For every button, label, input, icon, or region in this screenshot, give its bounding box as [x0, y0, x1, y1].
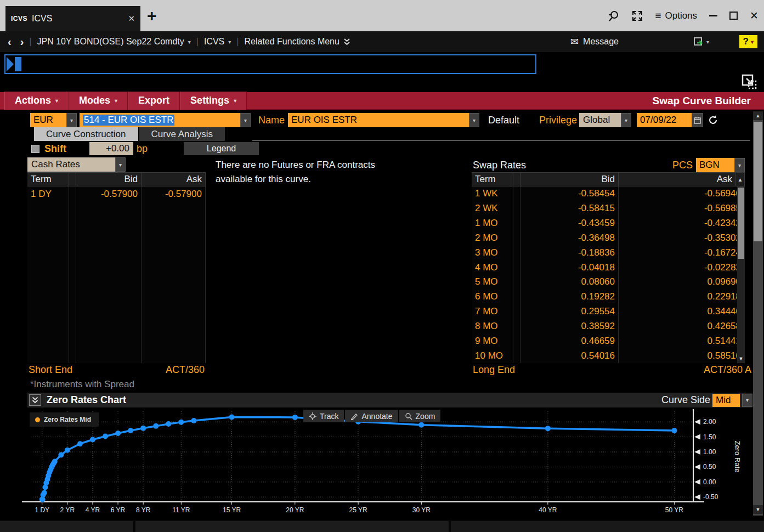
export-screen-button[interactable]: ▾	[693, 36, 709, 47]
security-selector[interactable]: JPN 10Y BOND(OSE) Sep22 Comdty ▾	[37, 37, 191, 47]
command-input[interactable]	[21, 56, 535, 72]
legend-marker-icon	[35, 417, 40, 422]
table-row[interactable]: 2 WK-0.58415-0.56985	[472, 201, 745, 216]
help-button[interactable]: ? ▾	[739, 35, 757, 48]
search-plus-icon[interactable]	[608, 10, 620, 22]
maximize-button[interactable]	[729, 12, 738, 20]
cash-table-body[interactable]: 1 DY-0.57900-0.57900	[27, 186, 206, 363]
privilege-label: Privilege	[539, 115, 577, 126]
currency-dropdown-icon[interactable]: ▾	[66, 113, 77, 127]
table-row[interactable]: 5 MO0.080600.09690	[472, 275, 745, 290]
back-icon[interactable]: ‹	[8, 36, 12, 48]
scroll-up-icon[interactable]: ▲	[736, 173, 745, 186]
fullscreen-icon[interactable]	[632, 10, 643, 21]
table-row[interactable]: 7 MO0.295540.34446	[472, 304, 745, 319]
modes-menu[interactable]: Modes▾	[69, 92, 128, 110]
tab-icvs[interactable]: ICVS ICVS ✕	[5, 6, 140, 31]
curve-id-dropdown-icon[interactable]: ▾	[240, 113, 251, 127]
chevron-down-icon: ▾	[706, 39, 709, 45]
name-dropdown-icon[interactable]: ▾	[469, 113, 479, 127]
options-menu[interactable]: ≡ Options	[655, 10, 697, 22]
shift-checkbox[interactable]	[31, 145, 39, 153]
svg-text:40 YR: 40 YR	[539, 506, 557, 514]
chevron-down-icon: ▾	[228, 39, 231, 45]
track-button[interactable]: Track	[303, 410, 344, 422]
actions-menu[interactable]: Actions▾	[4, 92, 69, 110]
date-field[interactable]: 07/09/22	[637, 113, 692, 127]
related-functions-menu[interactable]: Related Functions Menu	[244, 37, 350, 47]
tab-close-icon[interactable]: ✕	[128, 14, 135, 24]
minimize-button[interactable]	[709, 15, 717, 16]
export-menu[interactable]: Export	[128, 92, 180, 110]
spread-note: *Instruments with Spread	[30, 379, 134, 390]
zoom-button[interactable]: Zoom	[399, 410, 441, 422]
bottom-panel	[135, 521, 449, 532]
refresh-icon[interactable]	[708, 115, 718, 126]
double-chevron-down-icon	[343, 38, 350, 46]
curve-id-field[interactable]: 514 - EUR OIS ESTR	[80, 113, 240, 127]
chevron-down-icon: ▾	[188, 39, 191, 45]
hamburger-icon: ≡	[655, 10, 661, 22]
svg-text:15 YR: 15 YR	[223, 506, 241, 514]
magnifier-icon	[405, 412, 412, 420]
cash-rates-dropdown-icon[interactable]: ▾	[115, 157, 126, 172]
table-row[interactable]: 1 WK-0.58454-0.56946	[472, 186, 745, 201]
main-scrollbar[interactable]: ▲ ▼	[753, 111, 763, 516]
table-row[interactable]: 4 MO-0.04018-0.02282	[472, 260, 745, 275]
forward-icon[interactable]: ›	[20, 36, 24, 48]
table-row[interactable]: 2 MO-0.36498-0.35302	[472, 230, 745, 245]
collapse-chart-button[interactable]	[29, 394, 41, 406]
message-button[interactable]: ✉ Message	[570, 36, 619, 48]
curve-side-field[interactable]: Mid	[712, 394, 740, 407]
function-toolbar: ‹ › | JPN 10Y BOND(OSE) Sep22 Comdty ▾ |…	[0, 31, 764, 52]
settings-menu[interactable]: Settings▾	[180, 92, 247, 110]
shift-value-field[interactable]: +0.00	[89, 142, 133, 155]
privilege-dropdown-icon[interactable]: ▾	[621, 113, 631, 127]
tab-curve-construction[interactable]: Curve Construction	[34, 127, 138, 141]
pcs-field[interactable]: BGN	[696, 158, 734, 172]
chevron-down-icon: ▾	[234, 98, 236, 104]
curve-side-dropdown-icon[interactable]: ▾	[742, 394, 752, 407]
legend-button[interactable]: Legend	[184, 142, 259, 155]
privilege-field[interactable]: Global	[579, 113, 621, 127]
close-window-button[interactable]: ✕	[750, 9, 759, 22]
app-menu-bar: Actions▾ Modes▾ Export Settings▾ Swap Cu…	[0, 92, 764, 110]
scrollbar-thumb[interactable]	[738, 188, 744, 259]
table-row[interactable]: 1 MO-0.43459-0.42342	[472, 216, 745, 231]
bottom-strip	[0, 520, 764, 532]
pcs-label: PCS	[672, 160, 693, 171]
annotate-button[interactable]: Annotate	[345, 410, 398, 422]
new-tab-button[interactable]: +	[147, 8, 157, 24]
scrollbar-thumb[interactable]	[754, 122, 762, 241]
chevron-down-icon: ▾	[751, 39, 754, 45]
swap-table-body[interactable]: 1 WK-0.58454-0.569462 WK-0.58415-0.56985…	[472, 186, 745, 363]
calendar-icon[interactable]	[692, 113, 703, 127]
scroll-up-icon[interactable]: ▲	[753, 111, 763, 120]
table-row[interactable]: 10 MO0.540160.58516	[472, 348, 745, 363]
legend-label: Zero Rates Mid	[44, 416, 91, 423]
bottom-panel	[0, 521, 133, 532]
shift-row: Shift +0.00 bp Legend	[31, 142, 259, 155]
icvs-logo: ICVS	[11, 15, 27, 22]
pcs-dropdown-icon[interactable]: ▾	[734, 158, 745, 172]
table-row[interactable]: 8 MO0.385920.42658	[472, 319, 745, 333]
tab-title: ICVS	[32, 14, 123, 24]
table-row[interactable]: 9 MO0.466590.51441	[472, 333, 745, 348]
currency-field[interactable]: EUR	[30, 113, 66, 127]
swap-table-scrollbar[interactable]: ▼	[737, 186, 745, 363]
zero-rates-plot[interactable]: 1 DY2 YR4 YR6 YR8 YR11 YR15 YR20 YR25 YR…	[22, 408, 755, 521]
chart-toolbar: Track Annotate Zoom	[303, 410, 440, 422]
tab-curve-analysis[interactable]: Curve Analysis	[139, 127, 225, 141]
table-row[interactable]: 3 MO-0.18836-0.16724	[472, 245, 745, 260]
scroll-down-icon[interactable]: ▼	[753, 505, 763, 514]
curve-name-field[interactable]: EUR OIS ESTR	[288, 113, 469, 127]
scroll-down-icon[interactable]: ▼	[737, 354, 745, 363]
function-selector[interactable]: ICVS ▾	[204, 37, 231, 47]
table-row[interactable]: 1 DY-0.57900-0.57900	[27, 186, 206, 202]
command-prompt-icon	[7, 57, 14, 71]
table-row[interactable]: 6 MO0.192820.22918	[472, 290, 745, 304]
cash-rates-dropdown[interactable]: Cash Rates	[27, 157, 115, 172]
swap-daycount-label: ACT/360 A	[647, 364, 751, 376]
export-to-launchpad-icon[interactable]	[739, 73, 758, 91]
cash-rates-selector: Cash Rates ▾	[27, 157, 126, 172]
